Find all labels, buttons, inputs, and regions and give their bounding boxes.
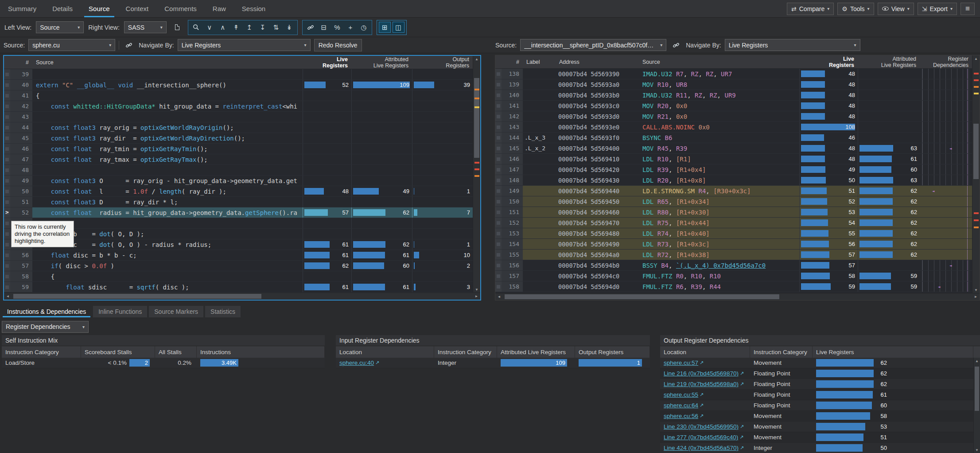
source-row-43[interactable]: 43	[4, 112, 480, 122]
scrollbar-thumb[interactable]	[975, 367, 979, 411]
table-row[interactable]: sphere.cu:55↗Floating Point61	[660, 390, 980, 400]
sass-row-157[interactable]: 15700007bd4 5d5694c0FMUL.FTZ R0, R10, R1…	[495, 271, 980, 281]
source-row-50[interactable]: 50 const float l = 1.0f / length( ray_di…	[4, 186, 480, 197]
source-row-56[interactable]: 56 float disc = b * b - c;616110	[4, 250, 480, 261]
column-header[interactable]: Attributed Live Registers	[497, 346, 575, 358]
sass-row-142[interactable]: 14200007bd4 5d5693d0MOV R21, 0x048	[495, 111, 980, 122]
source-location-link[interactable]: Line 230 (0x7bd45d569950)	[664, 423, 739, 430]
scroll-up-icon[interactable]: ▲	[974, 358, 980, 364]
output-registers-header[interactable]: Output Registers	[412, 56, 473, 69]
tab-context[interactable]: Context	[118, 0, 157, 17]
output-deps-scrollbar[interactable]: ▲ ▼	[973, 358, 980, 453]
bottom-tab-instructions-dependencies[interactable]: Instructions & Dependencies	[2, 306, 91, 317]
sass-row-155[interactable]: 15500007bd4 5d5694a0LDL R72, [R1+0x38]57…	[495, 250, 980, 260]
scroll-down-icon[interactable]: ▼	[972, 287, 980, 293]
column-header[interactable]: Instructions	[197, 346, 325, 358]
table-row[interactable]: sphere.cu:64↗Floating Point60	[660, 400, 980, 411]
scroll-down-icon[interactable]: ▼	[974, 447, 980, 453]
scrollbar-thumb[interactable]	[13, 294, 261, 299]
export-button[interactable]: ⇲ Export ▾	[918, 3, 957, 15]
goto-top-icon[interactable]: ↟	[230, 22, 242, 33]
left-navigate-select[interactable]: Live Registers▾	[178, 39, 311, 51]
compare-button[interactable]: ⇄ Compare ▾	[787, 3, 834, 15]
source-location-link[interactable]: Line 277 (0x7bd45d569c40)	[664, 434, 738, 441]
bottom-tab-statistics[interactable]: Statistics	[205, 306, 241, 317]
sass-row-140[interactable]: 14000007bd4 5d5693b0IMAD.U32 R11, RZ, RZ…	[495, 90, 980, 101]
sass-row-148[interactable]: 14800007bd4 5d569430LDL R20, [R1+0x8]506…	[495, 175, 980, 186]
scrollbar-track[interactable]	[473, 62, 480, 286]
sort-metric-icon[interactable]: ⇅	[270, 22, 282, 33]
search-icon[interactable]	[190, 22, 202, 33]
scroll-right-icon[interactable]: ►	[473, 293, 480, 300]
sass-row-143[interactable]: 14300007bd4 5d5693e0CALL.ABS.NOINC 0x010…	[495, 122, 980, 133]
source-row-57[interactable]: 57 if( disc > 0.0f )62602	[4, 261, 480, 271]
source-row-55[interactable]: 55 float c = dot( O, O ) - radius * radi…	[4, 239, 480, 250]
tab-source[interactable]: Source	[81, 0, 118, 17]
source-location-link[interactable]: Line 216 (0x7bd45d569870)	[664, 370, 739, 377]
navigate-down-icon[interactable]: ↧	[257, 22, 269, 33]
redo-resolve-button[interactable]: Redo Resolve	[314, 39, 362, 51]
column-header[interactable]: Instruction Category	[434, 346, 497, 358]
sass-row-152[interactable]: 15200007bd4 5d569470LDL R75, [R1+0x44]54…	[495, 218, 980, 228]
navigate-up-icon[interactable]: ↥	[243, 22, 256, 33]
menu-button[interactable]: ≡	[961, 3, 975, 15]
source-row-59[interactable]: 59 float sdisc = sqrtf( disc );61613	[4, 282, 480, 293]
source-row-48[interactable]: 48	[4, 165, 480, 176]
column-header[interactable]: Location	[336, 346, 434, 358]
scrollbar-track[interactable]	[12, 293, 473, 300]
scrollbar-track[interactable]	[503, 293, 972, 300]
bottom-tab-source-markers[interactable]: Source Markers	[149, 306, 203, 317]
source-row-49[interactable]: 49 const float3 O = ray_orig - hit_group…	[4, 176, 480, 186]
source-location-link[interactable]: sphere.cu:40	[339, 359, 374, 366]
table-row[interactable]: sphere.cu:56↗Movement58	[660, 411, 980, 422]
live-registers-header[interactable]: Live Registers	[303, 56, 351, 69]
source-row-58[interactable]: 58 {	[4, 271, 480, 282]
source-row-42[interactable]: 42 const whitted::HitGroupData* hit_grou…	[4, 101, 480, 112]
column-header[interactable]: Location	[660, 346, 750, 358]
sass-row-139[interactable]: 13900007bd4 5d5693a0MOV R10, UR848	[495, 79, 980, 90]
sass-branch-target-link[interactable]: `(.L_x_4) 0x7bd45d56a7c0	[676, 262, 766, 269]
goto-bottom-icon[interactable]: ↡	[283, 22, 296, 33]
column-header[interactable]: Instruction Category	[2, 346, 81, 358]
column-header[interactable]: Instruction Category	[750, 346, 813, 358]
scrollbar-thumb[interactable]	[505, 294, 779, 299]
link-correlation-icon[interactable]	[304, 22, 317, 33]
scrollbar-track[interactable]	[972, 62, 980, 287]
tab-summary[interactable]: Summary	[0, 0, 44, 17]
left-vertical-scrollbar[interactable]: ▲ ▼	[473, 56, 480, 293]
right-source-select[interactable]: __intersection__sphere_ptID_0x8bacf507c0…	[520, 39, 666, 51]
sass-row-151[interactable]: 15100007bd4 5d569460LDL R80, [R1+0x30]53…	[495, 207, 980, 218]
table-row[interactable]: Line 424 (0x7bd45d56a570)↗Integer50	[660, 443, 980, 453]
column-header[interactable]: All Stalls	[155, 346, 197, 358]
source-location-link[interactable]: sphere.cu:57	[664, 359, 698, 366]
source-location-link[interactable]: Line 219 (0x7bd45d5698a0)	[664, 381, 739, 387]
scroll-left-icon[interactable]: ◄	[495, 293, 503, 300]
table-row[interactable]: Line 219 (0x7bd45d5698a0)↗Floating Point…	[660, 379, 980, 390]
source-row-44[interactable]: 44 const float3 ray_orig = optixGetWorld…	[4, 122, 480, 133]
source-row-54[interactable]: 54 float b = dot( O, D );	[4, 229, 480, 239]
sass-row-150[interactable]: 15000007bd4 5d569450LDL R65, [R1+0x34]52…	[495, 196, 980, 207]
scrollbar-track[interactable]	[974, 364, 980, 447]
sass-row-138[interactable]: 13800007bd4 5d569390IMAD.U32 R7, RZ, RZ,…	[495, 69, 980, 79]
right-horizontal-scrollbar[interactable]: ◄ ►	[495, 293, 980, 300]
view-button[interactable]: View ▾	[878, 3, 914, 15]
tab-details[interactable]: Details	[44, 0, 81, 17]
table-row[interactable]: Line 216 (0x7bd45d569870)↗Floating Point…	[660, 368, 980, 379]
source-row-47[interactable]: 47 const float ray_tmax = optixGetRayTma…	[4, 154, 480, 165]
source-location-link[interactable]: sphere.cu:55	[664, 391, 698, 398]
source-location-link[interactable]: sphere.cu:56	[664, 413, 698, 419]
sass-row-145[interactable]: 145.L_x_200007bd4 5d569400MOV R45, R3948…	[495, 143, 980, 154]
sass-row-144[interactable]: 144.L_x_300007bd4 5d5693f0BSYNC B646	[495, 133, 980, 143]
dependency-type-select[interactable]: Register Dependencies▾	[2, 321, 89, 333]
source-row-41[interactable]: 41{	[4, 90, 480, 101]
source-row-45[interactable]: 45 const float3 ray_dir = optixGetWorldR…	[4, 133, 480, 144]
scroll-down-icon[interactable]: ▼	[473, 286, 480, 293]
sass-row-156[interactable]: 15600007bd4 5d5694b0BSSY B4, `(.L_x_4) 0…	[495, 260, 980, 271]
table-row[interactable]: Line 230 (0x7bd45d569950)↗Movement53	[660, 422, 980, 432]
source-row-53[interactable]: 53	[4, 218, 480, 229]
show-percentage-icon[interactable]: %	[331, 22, 343, 33]
table-row[interactable]: Load/Store < 0.1% 2 0.2% 3.49K	[2, 358, 325, 368]
source-row-40[interactable]: 40extern "C" __global__ void __intersect…	[4, 80, 480, 90]
sass-row-146[interactable]: 14600007bd4 5d569410LDL R10, [R1]4861	[495, 154, 980, 164]
add-metric-icon[interactable]: +	[344, 22, 357, 33]
